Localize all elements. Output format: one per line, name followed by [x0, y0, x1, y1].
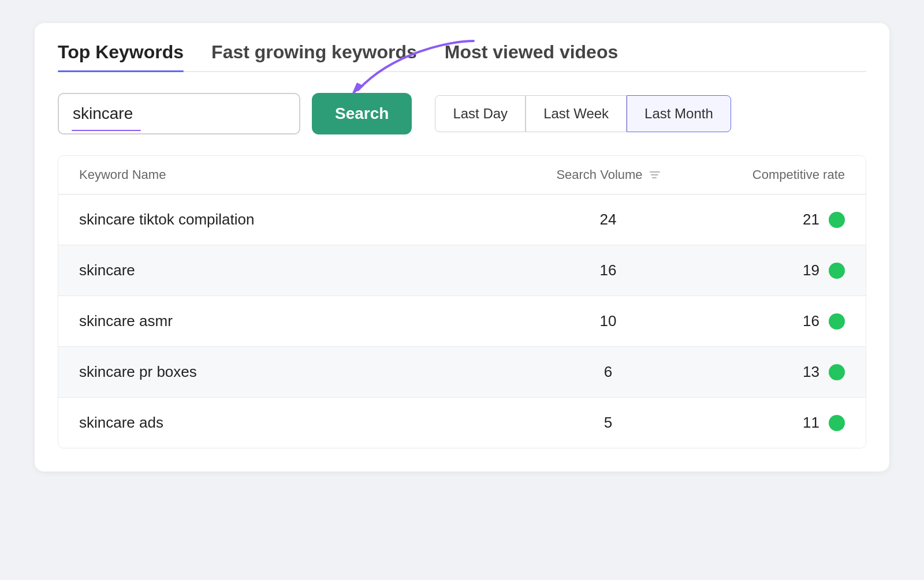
col-header-keyword-name: Keyword Name — [79, 167, 533, 182]
competitive-rate-cell: 21 — [683, 211, 845, 229]
tab-bar: Top Keywords Fast growing keywords Most … — [58, 42, 866, 72]
search-volume-cell: 10 — [533, 312, 683, 330]
keyword-cell: skincare ads — [79, 414, 533, 432]
competitive-rate-cell: 13 — [683, 363, 845, 381]
competitive-rate-cell: 11 — [683, 414, 845, 432]
sort-icon[interactable] — [650, 171, 660, 178]
search-volume-cell: 5 — [533, 414, 683, 432]
keyword-cell: skincare — [79, 261, 533, 279]
time-filter-last-week[interactable]: Last Week — [526, 95, 627, 132]
keywords-table: Keyword Name Search Volume Competitive r… — [58, 155, 866, 448]
search-button[interactable]: Search — [312, 93, 412, 134]
search-input-wrapper — [58, 93, 300, 134]
keyword-cell: skincare asmr — [79, 312, 533, 330]
competitive-dot — [829, 212, 845, 228]
competitive-rate-cell: 19 — [683, 261, 845, 279]
table-row: skincare ads 5 11 — [58, 398, 866, 448]
search-underline — [72, 130, 141, 131]
time-filter-group: Last Day Last Week Last Month — [435, 95, 731, 132]
tab-fast-growing[interactable]: Fast growing keywords — [211, 42, 417, 71]
table-row: skincare pr boxes 6 13 — [58, 347, 866, 398]
table-header: Keyword Name Search Volume Competitive r… — [58, 156, 866, 194]
keyword-cell: skincare pr boxes — [79, 363, 533, 381]
table-row: skincare tiktok compilation 24 21 — [58, 194, 866, 245]
tab-top-keywords[interactable]: Top Keywords — [58, 42, 184, 71]
competitive-dot — [829, 313, 845, 330]
table-row: skincare asmr 10 16 — [58, 296, 866, 347]
col-header-search-volume: Search Volume — [533, 167, 683, 182]
main-container: Top Keywords Fast growing keywords Most … — [35, 23, 889, 472]
time-filter-last-month[interactable]: Last Month — [627, 95, 731, 132]
time-filter-last-day[interactable]: Last Day — [435, 95, 526, 132]
competitive-dot — [829, 263, 845, 279]
search-input[interactable] — [58, 93, 300, 134]
search-volume-cell: 16 — [533, 261, 683, 279]
search-volume-cell: 24 — [533, 211, 683, 229]
search-row: Search Last Day Last Week Last Month — [58, 93, 866, 134]
search-volume-cell: 6 — [533, 363, 683, 381]
keyword-cell: skincare tiktok compilation — [79, 211, 533, 229]
competitive-rate-cell: 16 — [683, 312, 845, 330]
competitive-dot — [829, 364, 845, 380]
table-row: skincare 16 19 — [58, 245, 866, 296]
tab-most-viewed[interactable]: Most viewed videos — [445, 42, 619, 71]
competitive-dot — [829, 415, 845, 431]
col-header-competitive-rate: Competitive rate — [683, 167, 845, 182]
